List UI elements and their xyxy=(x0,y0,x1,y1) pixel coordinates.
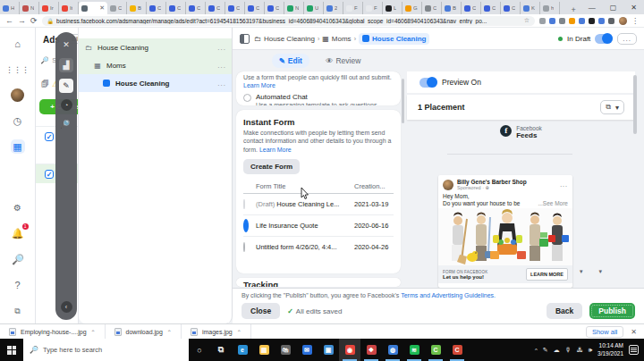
col-creation[interactable]: Creation... xyxy=(354,180,394,194)
share-icon[interactable]: ⧉ xyxy=(606,103,611,112)
taskbar-search[interactable]: 🔍 Type here to search xyxy=(23,339,189,361)
recorder-pen-icon[interactable]: ✎ xyxy=(59,79,73,93)
volume-icon[interactable]: 🕪 xyxy=(589,347,592,354)
close-button[interactable]: Close xyxy=(242,303,280,319)
browser-tab[interactable]: It xyxy=(59,2,79,14)
extension-icon[interactable] xyxy=(559,18,565,24)
taskbar-clock[interactable]: 10:14 AM 3/19/2021 xyxy=(597,342,623,357)
ads-manager-icon[interactable]: ▦ xyxy=(11,139,25,154)
breadcrumb-ad-current[interactable]: House Cleaning xyxy=(359,33,429,45)
maximize-icon[interactable]: ▢ xyxy=(603,4,624,12)
photos-taskbar-icon[interactable]: ▣ xyxy=(318,339,339,361)
download-item[interactable]: images.jpg ⌃ xyxy=(182,324,251,339)
browser-tab[interactable]: C xyxy=(225,2,245,14)
cortana-taskbar-icon[interactable]: ○ xyxy=(189,339,210,361)
search-icon[interactable]: 🔍 xyxy=(11,252,25,266)
apps-grid-icon[interactable]: ⋮⋮⋮ xyxy=(11,63,25,77)
browser-taskbar-icon[interactable]: ◍ xyxy=(382,339,403,361)
row-menu-icon[interactable]: ... xyxy=(217,44,226,52)
row-menu-icon[interactable]: ... xyxy=(217,62,226,70)
pen-tray-icon[interactable]: ✎ xyxy=(543,347,548,354)
learn-more-link[interactable]: Learn More xyxy=(243,82,275,88)
forward-icon[interactable]: → xyxy=(18,16,26,25)
ad-creative-image[interactable] xyxy=(438,208,572,265)
browser-tab[interactable]: C xyxy=(206,2,225,14)
browser-tab[interactable]: L xyxy=(383,2,402,14)
tree-row-adset[interactable]: ▦ Moms ... xyxy=(79,56,232,74)
tree-row-campaign[interactable]: 🗀 House Cleaning ... xyxy=(79,38,232,56)
browser-tab[interactable]: B xyxy=(127,2,147,14)
back-icon[interactable]: ← xyxy=(5,16,13,25)
page-avatar[interactable] xyxy=(443,180,453,190)
tray-expand-icon[interactable]: ^ xyxy=(535,348,538,353)
reload-icon[interactable]: ⟳ xyxy=(30,16,38,25)
browser-tab[interactable]: N xyxy=(20,2,39,14)
extension-icon[interactable] xyxy=(539,18,546,24)
extension-icon[interactable] xyxy=(579,18,585,24)
recorder-chart-icon[interactable]: ▟ xyxy=(59,58,73,72)
row-checkbox[interactable]: ✓ xyxy=(45,132,54,141)
tree-row-ad-selected[interactable]: House Cleaning ... xyxy=(79,74,232,92)
notifications-bell-icon[interactable]: 🔔1 xyxy=(11,226,25,240)
see-more-link[interactable]: ...See More xyxy=(538,200,568,206)
browser-tab-active[interactable]: ✕ xyxy=(79,2,107,14)
show-all-downloads-button[interactable]: Show all xyxy=(586,326,623,338)
preview-toggle[interactable] xyxy=(419,78,437,88)
browser-profile-avatar[interactable] xyxy=(619,17,627,25)
edge-taskbar-icon[interactable]: e xyxy=(232,339,253,361)
row-menu-icon[interactable]: ... xyxy=(217,80,226,88)
clipboard-icon[interactable]: 🗐 xyxy=(41,80,49,88)
browser-tab[interactable]: B xyxy=(442,2,462,14)
notification-center-icon[interactable] xyxy=(629,345,639,355)
business-apps-icon[interactable]: ◷ xyxy=(11,113,25,128)
draft-toggle[interactable] xyxy=(595,34,613,44)
extension-icon[interactable] xyxy=(569,18,575,24)
camtasia-recorder-taskbar-icon[interactable]: C xyxy=(425,339,446,361)
chevron-down-icon[interactable]: ▾ xyxy=(580,268,583,275)
placement-share-dropdown[interactable]: ⧉ ▾ xyxy=(600,100,624,114)
address-bar[interactable]: 🔒 business.facebook.com/adsmanager/manag… xyxy=(42,16,535,26)
browser-tab[interactable]: K xyxy=(521,2,540,14)
mail-taskbar-icon[interactable]: ✉ xyxy=(296,339,318,361)
extension-icon[interactable] xyxy=(589,18,595,24)
collapse-panel-icon[interactable]: ⧉ xyxy=(11,304,25,318)
page-name[interactable]: Billy Gene's Barber Shop xyxy=(457,179,527,185)
task-view-taskbar-icon[interactable]: ⧉ xyxy=(210,339,232,361)
breadcrumb-campaign[interactable]: House Cleaning xyxy=(264,35,315,43)
camtasia-taskbar-icon[interactable]: C xyxy=(446,339,468,361)
home-icon[interactable]: ⌂ xyxy=(11,37,25,51)
browser-tab[interactable]: C xyxy=(422,2,442,14)
browser-tab[interactable]: C xyxy=(245,2,265,14)
back-button[interactable]: Back xyxy=(547,303,582,319)
cloud-icon[interactable]: ☁ xyxy=(554,347,560,354)
form-row[interactable]: (Draft) House Cleaning Le... 2021-03-19 xyxy=(243,194,394,215)
browser-tab[interactable]: C xyxy=(501,2,521,14)
browser-tab[interactable]: C xyxy=(107,2,127,14)
extension-icon[interactable] xyxy=(598,18,605,24)
browser-tab[interactable]: G xyxy=(402,2,422,14)
breadcrumb-adset[interactable]: Moms xyxy=(332,35,352,43)
browser-tab[interactable]: C xyxy=(265,2,284,14)
browser-tab[interactable]: C xyxy=(147,2,166,14)
recorder-zoom-icon[interactable]: 🔍 xyxy=(59,117,73,131)
browser-tab[interactable]: C xyxy=(186,2,206,14)
collapse-sidebar-icon[interactable] xyxy=(240,34,250,44)
tab-close-icon[interactable]: ✕ xyxy=(99,4,105,12)
network-icon[interactable]: 🖧 xyxy=(577,347,583,353)
extension-icon[interactable] xyxy=(608,18,614,24)
settings-gear-icon[interactable]: ⚙ xyxy=(11,200,25,214)
ad-menu-icon[interactable]: ... xyxy=(560,181,568,188)
spotify-taskbar-icon[interactable]: ≋ xyxy=(403,339,425,361)
download-item[interactable]: download.jpg ⌃ xyxy=(106,324,182,339)
recorder-close-icon[interactable]: ✕ xyxy=(59,38,73,52)
automated-chat-option[interactable]: Automated Chat Use a messaging template … xyxy=(243,93,394,105)
browser-tab[interactable]: C xyxy=(462,2,481,14)
learn-more-button[interactable]: LEARN MORE xyxy=(526,268,568,281)
help-icon[interactable]: ? xyxy=(11,278,25,292)
chevron-up-icon[interactable]: ⌃ xyxy=(237,329,242,335)
tab-edit[interactable]: ✎ Edit xyxy=(272,54,309,68)
header-more-button[interactable]: ... xyxy=(617,33,637,45)
row-checkbox[interactable]: ✓ xyxy=(45,170,54,179)
publish-button[interactable]: Publish xyxy=(589,303,635,319)
browser-tab[interactable]: C xyxy=(481,2,501,14)
